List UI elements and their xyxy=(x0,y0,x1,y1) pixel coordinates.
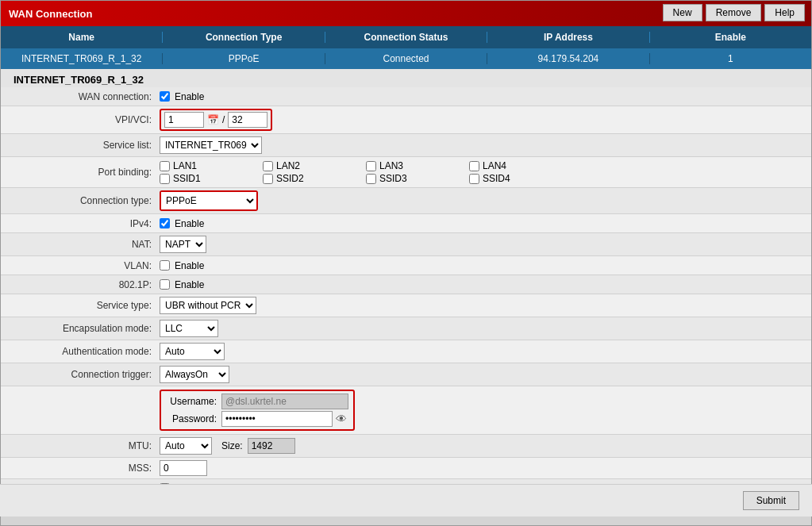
new-button[interactable]: New xyxy=(663,4,702,21)
port-lan1-checkbox[interactable] xyxy=(160,161,170,171)
encapsulation-label: Encapsulation mode: xyxy=(1,323,160,334)
nat-label: NAT: xyxy=(1,239,160,250)
wan-connection-checkbox[interactable] xyxy=(160,91,170,102)
vlan-row: VLAN: Enable xyxy=(1,256,811,275)
port-lan1: LAN1 xyxy=(160,160,255,171)
help-button[interactable]: Help xyxy=(764,4,805,21)
mss-input[interactable] xyxy=(160,460,207,476)
mtu-mode-select[interactable]: Auto Manual xyxy=(160,437,212,455)
vlan-enable-label: Enable xyxy=(175,260,204,271)
ipv4-row: IPv4: Enable xyxy=(1,214,811,233)
cell-ip-address: 94.179.54.204 xyxy=(487,53,649,64)
vpi-vci-row: VPI/VCI: 📅 / xyxy=(1,106,811,134)
mtu-label: MTU: xyxy=(1,440,160,451)
port-lan2-label: LAN2 xyxy=(276,160,300,171)
port-lan4: LAN4 xyxy=(469,160,564,171)
port-ssid2: SSID2 xyxy=(263,173,358,184)
vpi-input[interactable] xyxy=(164,112,204,128)
auth-select[interactable]: Auto PAP CHAP MS-CHAP xyxy=(160,343,225,360)
table-row[interactable]: INTERNET_TR069_R_1_32 PPPoE Connected 94… xyxy=(1,48,811,69)
port-lan4-label: LAN4 xyxy=(483,160,506,171)
ipv4-checkbox[interactable] xyxy=(160,218,170,228)
port-ssid3-checkbox[interactable] xyxy=(366,174,376,184)
submit-button[interactable]: Submit xyxy=(743,491,799,510)
table-header: Name Connection Type Connection Status I… xyxy=(1,26,811,48)
credentials-box: Username: Password: 👁 xyxy=(160,390,355,431)
port-ssid4: SSID4 xyxy=(469,173,564,184)
username-input[interactable] xyxy=(221,394,348,409)
password-label: Password: xyxy=(166,413,221,424)
port-ssid2-checkbox[interactable] xyxy=(263,174,273,184)
port-ssid3-label: SSID3 xyxy=(379,173,407,184)
vlan-label: VLAN: xyxy=(1,260,160,271)
connection-type-select[interactable]: PPPoE PPPoA Dynamic IP Static IP Bridge xyxy=(161,192,256,209)
mss-label: MSS: xyxy=(1,463,160,474)
port-ssid4-checkbox[interactable] xyxy=(469,174,479,184)
window-title: WAN Connection xyxy=(9,8,92,20)
port-lan3-label: LAN3 xyxy=(379,160,403,171)
port-ssid4-label: SSID4 xyxy=(483,173,510,184)
service-type-select[interactable]: UBR without PCR UBR with PCR CBR VBR-nRT… xyxy=(160,297,256,314)
auth-label: Authentication mode: xyxy=(1,346,160,357)
vpi-vci-label: VPI/VCI: xyxy=(1,114,160,125)
col-name: Name xyxy=(1,32,163,43)
auth-row: Authentication mode: Auto PAP CHAP MS-CH… xyxy=(1,340,811,363)
trigger-row: Connection trigger: AlwaysOn OnDemand Ma… xyxy=(1,363,811,386)
username-label: Username: xyxy=(166,396,221,407)
connection-type-row: Connection type: PPPoE PPPoA Dynamic IP … xyxy=(1,188,811,214)
cell-connection-type: PPPoE xyxy=(163,53,325,64)
mtu-row: MTU: Auto Manual Size: xyxy=(1,435,811,458)
dot1p-checkbox[interactable] xyxy=(160,279,170,290)
port-ssid1: SSID1 xyxy=(160,173,255,184)
cell-name: INTERNET_TR069_R_1_32 xyxy=(1,53,163,64)
connection-type-box: PPPoE PPPoA Dynamic IP Static IP Bridge xyxy=(160,190,258,211)
mtu-size-label: Size: xyxy=(221,440,243,451)
service-type-label: Service type: xyxy=(1,300,160,311)
mtu-size-input[interactable] xyxy=(248,438,295,454)
service-type-row: Service type: UBR without PCR UBR with P… xyxy=(1,294,811,317)
encapsulation-row: Encapsulation mode: LLC VC-MUX xyxy=(1,317,811,340)
cell-enable: 1 xyxy=(650,53,811,64)
port-lan4-checkbox[interactable] xyxy=(469,161,479,171)
dot1p-row: 802.1P: Enable xyxy=(1,275,811,294)
password-input[interactable] xyxy=(221,411,333,427)
service-list-select[interactable]: INTERNET_TR069 xyxy=(160,136,262,154)
wan-connection-row: WAN connection: Enable xyxy=(1,87,811,106)
nat-select[interactable]: NAPT NAT None xyxy=(160,236,206,253)
port-ssid1-checkbox[interactable] xyxy=(160,174,170,184)
col-enable: Enable xyxy=(650,32,811,43)
wan-connection-enable-label: Enable xyxy=(175,91,204,102)
trigger-select[interactable]: AlwaysOn OnDemand Manual xyxy=(160,366,229,383)
port-ssid1-label: SSID1 xyxy=(173,173,201,184)
encapsulation-select[interactable]: LLC VC-MUX xyxy=(160,320,218,337)
vci-input[interactable] xyxy=(228,112,267,128)
dot1p-enable-label: Enable xyxy=(175,279,204,290)
service-list-row: Service list: INTERNET_TR069 xyxy=(1,134,811,157)
ipv4-enable-label: Enable xyxy=(175,218,204,229)
section-title: INTERNET_TR069_R_1_32 xyxy=(13,74,144,86)
vlan-checkbox[interactable] xyxy=(160,260,170,271)
col-connection-status: Connection Status xyxy=(325,32,487,43)
mss-row: MSS: xyxy=(1,458,811,479)
port-lan2: LAN2 xyxy=(263,160,358,171)
calendar-icon: 📅 xyxy=(207,114,219,125)
col-ip-address: IP Address xyxy=(487,32,649,43)
dot1p-label: 802.1P: xyxy=(1,279,160,290)
connection-type-label: Connection type: xyxy=(1,195,160,206)
credentials-row: Username: Password: 👁 xyxy=(1,386,811,435)
show-password-icon[interactable]: 👁 xyxy=(336,413,347,425)
remove-button[interactable]: Remove xyxy=(706,4,762,21)
port-lan3: LAN3 xyxy=(366,160,461,171)
nat-row: NAT: NAPT NAT None xyxy=(1,233,811,256)
port-ssid3: SSID3 xyxy=(366,173,461,184)
vpi-vci-box: 📅 / xyxy=(160,109,272,131)
port-lan1-label: LAN1 xyxy=(173,160,197,171)
port-lan3-checkbox[interactable] xyxy=(366,161,376,171)
cell-connection-status: Connected xyxy=(325,53,487,64)
trigger-label: Connection trigger: xyxy=(1,369,160,380)
ipv4-label: IPv4: xyxy=(1,218,160,229)
port-ssid2-label: SSID2 xyxy=(276,173,304,184)
port-lan2-checkbox[interactable] xyxy=(263,161,273,171)
wan-connection-label: WAN connection: xyxy=(1,91,160,102)
port-binding-row: Port binding: LAN1 LAN2 LAN3 xyxy=(1,157,811,188)
